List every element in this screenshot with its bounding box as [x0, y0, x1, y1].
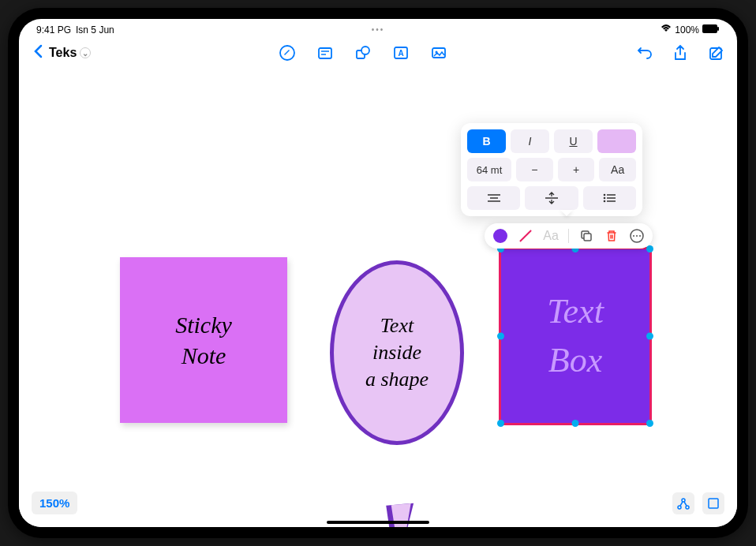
screen: 9:41 PG Isn 5 Jun ••• 100% Teks — [19, 19, 737, 527]
status-date: Isn 5 Jun — [76, 24, 114, 36]
resize-handle-tr[interactable] — [646, 245, 653, 252]
delete-button[interactable] — [604, 228, 619, 244]
object-context-toolbar: Aa — [485, 223, 653, 249]
resize-handle-bc[interactable] — [572, 420, 579, 427]
svg-point-30 — [682, 499, 685, 502]
bottom-right-controls — [672, 492, 724, 514]
svg-point-31 — [686, 506, 689, 509]
image-tool-icon[interactable] — [429, 43, 448, 62]
ipad-frame: 9:41 PG Isn 5 Jun ••• 100% Teks — [8, 8, 748, 538]
chevron-down-icon: ⌄ — [80, 47, 91, 58]
status-right: 100% — [661, 24, 720, 36]
format-row-size: 64 mt − + Aa — [467, 158, 636, 181]
sticky-note-tool-icon[interactable] — [316, 43, 335, 62]
back-button[interactable] — [30, 43, 46, 63]
svg-rect-24 — [584, 234, 591, 241]
decrease-size-button[interactable]: − — [516, 158, 553, 181]
duplicate-button[interactable] — [578, 228, 594, 244]
svg-rect-32 — [709, 499, 718, 508]
panel-pointer — [560, 210, 573, 216]
increase-size-button[interactable]: + — [558, 158, 595, 181]
svg-point-29 — [678, 506, 681, 509]
more-options-button[interactable] — [629, 228, 645, 244]
sticky-note-object[interactable]: Sticky Note — [120, 257, 287, 423]
bold-button[interactable]: B — [467, 129, 506, 153]
navigator-button[interactable] — [672, 492, 694, 514]
home-indicator[interactable] — [327, 521, 429, 524]
svg-point-26 — [633, 235, 634, 237]
font-size-display[interactable]: 64 mt — [467, 158, 511, 181]
share-button[interactable] — [671, 43, 690, 62]
app-toolbar: Teks ⌄ A — [19, 37, 737, 69]
text-box-object[interactable]: Text Box — [499, 247, 652, 425]
undo-button[interactable] — [634, 43, 653, 62]
speech-bubble-text: Text inside a shape — [365, 312, 429, 392]
svg-point-17 — [604, 194, 606, 196]
svg-point-21 — [604, 200, 606, 203]
svg-point-7 — [361, 47, 369, 54]
canvas[interactable]: Sticky Note Text inside a shape Text Box — [19, 69, 737, 527]
fill-color-button[interactable] — [492, 228, 508, 244]
align-horizontal-button[interactable] — [467, 186, 520, 210]
status-bar: 9:41 PG Isn 5 Jun ••• 100% — [19, 19, 737, 37]
battery-percent: 100% — [675, 24, 699, 36]
svg-point-19 — [604, 197, 606, 200]
resize-handle-bl[interactable] — [497, 420, 504, 427]
board-title-dropdown[interactable]: Teks ⌄ — [49, 46, 91, 60]
resize-handle-br[interactable] — [646, 420, 653, 427]
zoom-level-button[interactable]: 150% — [32, 492, 77, 514]
toolbar-left: Teks ⌄ — [30, 43, 91, 63]
italic-button[interactable]: I — [511, 129, 549, 153]
font-case-button[interactable]: Aa — [599, 158, 636, 181]
svg-text:A: A — [398, 49, 403, 58]
svg-point-27 — [636, 235, 638, 237]
list-button[interactable] — [583, 186, 636, 210]
svg-rect-3 — [319, 48, 331, 58]
text-box-text: Text Box — [547, 287, 604, 384]
pen-tool-icon[interactable] — [278, 43, 297, 62]
text-style-button[interactable]: Aa — [543, 228, 559, 244]
toolbar-center: A — [91, 43, 634, 62]
battery-icon — [702, 24, 720, 36]
text-tool-icon[interactable]: A — [391, 43, 410, 62]
format-row-align — [467, 186, 636, 210]
underline-button[interactable]: U — [554, 129, 593, 153]
divider — [568, 229, 569, 243]
board-title: Teks — [49, 46, 77, 60]
speech-bubble-object[interactable]: Text inside a shape — [330, 260, 464, 445]
status-left: 9:41 PG Isn 5 Jun — [36, 24, 114, 36]
svg-rect-0 — [702, 24, 717, 33]
stroke-color-button[interactable] — [518, 228, 533, 244]
svg-point-28 — [639, 235, 641, 237]
text-color-button[interactable] — [597, 129, 636, 153]
align-vertical-button[interactable] — [525, 186, 578, 210]
resize-handle-mr[interactable] — [646, 333, 653, 340]
resize-handle-ml[interactable] — [497, 333, 504, 340]
minimap-button[interactable] — [702, 492, 724, 514]
format-row-style: B I U — [467, 129, 636, 153]
shape-tool-icon[interactable] — [354, 43, 372, 62]
svg-rect-1 — [717, 27, 719, 31]
multitask-dots-icon[interactable]: ••• — [372, 25, 385, 34]
status-time: 9:41 PG — [36, 24, 71, 36]
text-format-panel: B I U 64 mt − + Aa — [461, 123, 642, 216]
wifi-icon — [661, 24, 672, 36]
compose-button[interactable] — [707, 43, 726, 62]
toolbar-right — [634, 43, 726, 62]
sticky-note-text: Sticky Note — [175, 309, 232, 371]
